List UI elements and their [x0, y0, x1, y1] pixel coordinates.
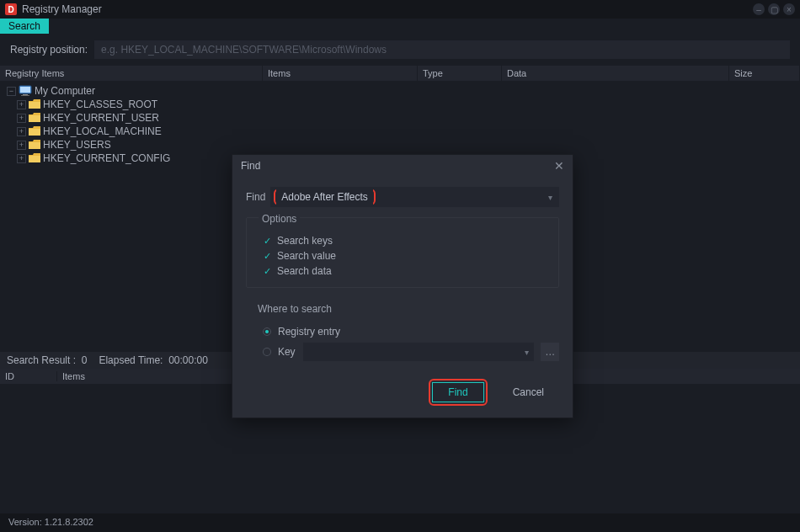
svg-rect-7: [29, 142, 40, 149]
expand-icon[interactable]: +: [17, 100, 26, 109]
status-bar: Version: 1.21.8.2302: [0, 513, 800, 532]
find-dialog: Find ✕ Find Adobe After Effects ▾ Option…: [232, 154, 573, 418]
computer-icon: [19, 85, 32, 97]
titlebar: D Registry Manager – ▢ ×: [0, 0, 800, 19]
options-legend: Options: [259, 213, 300, 225]
tree-root-label: My Computer: [35, 85, 95, 97]
expand-icon[interactable]: +: [17, 114, 26, 123]
checkmark-icon: ✓: [262, 236, 272, 246]
find-input-value[interactable]: Adobe After Effects: [276, 189, 373, 205]
version-label: Version:: [8, 517, 42, 527]
collapse-icon[interactable]: −: [7, 87, 16, 96]
options-group: Options ✓ Search keys ✓ Search value ✓ S…: [246, 217, 559, 288]
search-result-label: Search Result :: [7, 354, 76, 366]
col-id[interactable]: ID: [0, 371, 57, 381]
radio-selected-icon: [263, 327, 271, 336]
minimize-button[interactable]: –: [753, 3, 765, 15]
radio-unselected-icon: [263, 348, 271, 356]
find-combobox[interactable]: Adobe After Effects ▾: [270, 187, 559, 207]
folder-icon: [29, 126, 40, 136]
option-label: Search data: [277, 265, 332, 277]
expand-icon[interactable]: +: [17, 154, 26, 163]
browse-key-button[interactable]: …: [541, 343, 559, 361]
tree-hive[interactable]: + HKEY_CLASSES_ROOT: [0, 98, 263, 111]
tree-hive-label: HKEY_CLASSES_ROOT: [43, 98, 157, 110]
chevron-down-icon: ▾: [548, 193, 552, 202]
find-button[interactable]: Find: [432, 382, 483, 402]
option-label: Search keys: [277, 235, 333, 247]
col-size[interactable]: Size: [729, 66, 800, 81]
folder-icon: [29, 153, 40, 163]
tree-root[interactable]: − My Computer: [0, 84, 263, 98]
find-label: Find: [246, 191, 265, 203]
window-title: Registry Manager: [22, 3, 102, 15]
version-value: 1.21.8.2302: [45, 517, 93, 527]
folder-icon: [29, 113, 40, 123]
where-registry-label: Registry entry: [278, 326, 340, 338]
where-key[interactable]: Key ▾ …: [246, 340, 559, 364]
dialog-title: Find: [241, 160, 260, 172]
tab-search[interactable]: Search: [0, 19, 49, 34]
expand-icon[interactable]: +: [17, 127, 26, 136]
option-search-value[interactable]: ✓ Search value: [259, 248, 547, 263]
registry-position-input[interactable]: [94, 40, 790, 59]
tree-hive[interactable]: + HKEY_CURRENT_USER: [0, 111, 263, 125]
svg-rect-5: [29, 115, 40, 122]
tree-hive[interactable]: + HKEY_LOCAL_MACHINE: [0, 125, 263, 138]
maximize-button[interactable]: ▢: [768, 3, 780, 15]
svg-rect-8: [29, 156, 40, 162]
cancel-button[interactable]: Cancel: [498, 383, 559, 402]
key-combobox[interactable]: ▾: [303, 343, 535, 361]
close-button[interactable]: ×: [783, 3, 795, 15]
tree-hive-label: HKEY_USERS: [43, 139, 111, 151]
tree-hive[interactable]: + HKEY_USERS: [0, 138, 263, 152]
col-registry-items[interactable]: Registry Items: [0, 66, 263, 81]
svg-rect-4: [29, 102, 40, 109]
col-data[interactable]: Data: [502, 66, 729, 81]
registry-position-bar: Registry position:: [0, 34, 800, 66]
option-label: Search value: [277, 250, 336, 262]
checkmark-icon: ✓: [262, 266, 272, 276]
col-items[interactable]: Items: [263, 66, 418, 81]
folder-icon: [29, 140, 40, 150]
registry-tree: − My Computer + HKEY_CLASSES_ROOT + HKEY…: [0, 81, 263, 352]
dialog-close-button[interactable]: ✕: [554, 159, 564, 173]
elapsed-label: Elapsed Time:: [99, 354, 163, 366]
app-icon: D: [5, 3, 17, 15]
dialog-titlebar: Find ✕: [232, 155, 573, 177]
search-result-count: 0: [82, 354, 88, 366]
chevron-down-icon: ▾: [525, 348, 529, 357]
tree-hive-label: HKEY_CURRENT_CONFIG: [43, 152, 170, 164]
tree-hive[interactable]: + HKEY_CURRENT_CONFIG: [0, 152, 263, 165]
option-search-keys[interactable]: ✓ Search keys: [259, 233, 547, 248]
columns-header: Registry Items Items Type Data Size: [0, 66, 800, 81]
where-registry-entry[interactable]: Registry entry: [246, 323, 559, 340]
tree-hive-label: HKEY_CURRENT_USER: [43, 112, 159, 124]
tree-hive-label: HKEY_LOCAL_MACHINE: [43, 125, 162, 137]
elapsed-value: 00:00:00: [168, 354, 208, 366]
svg-rect-3: [21, 95, 29, 96]
svg-rect-2: [23, 94, 28, 95]
where-key-label: Key: [278, 346, 296, 358]
svg-rect-6: [29, 129, 40, 136]
folder-icon: [29, 99, 40, 109]
where-legend: Where to search: [258, 303, 559, 315]
svg-rect-1: [20, 87, 30, 93]
option-search-data[interactable]: ✓ Search data: [259, 263, 547, 279]
checkmark-icon: ✓: [262, 251, 272, 261]
col-type[interactable]: Type: [418, 66, 502, 81]
registry-position-label: Registry position:: [10, 44, 88, 56]
expand-icon[interactable]: +: [17, 141, 26, 150]
